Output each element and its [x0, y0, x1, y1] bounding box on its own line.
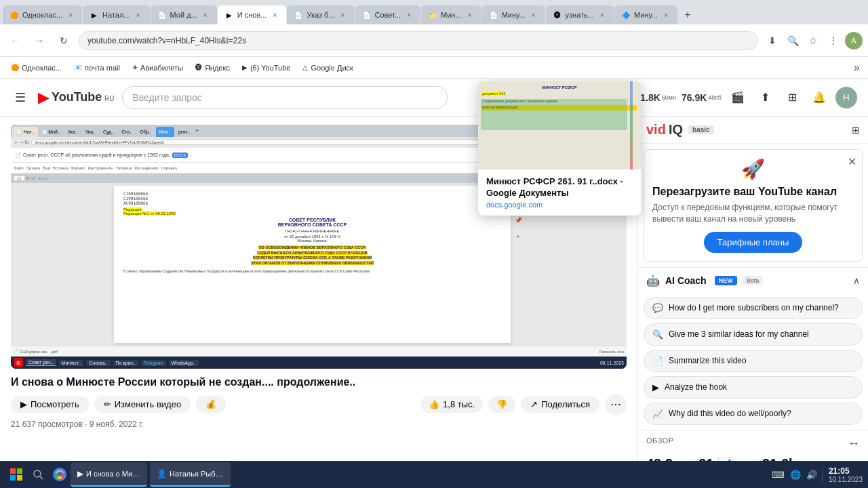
edit-icon: ✏ [104, 399, 111, 409]
tab-9-close[interactable]: × [597, 10, 607, 20]
bookmark-yandex[interactable]: 🅨 Яндекс [190, 62, 235, 74]
ai-coach-collapse-button[interactable]: ∧ [853, 275, 860, 286]
studio-button[interactable]: 🎬 [727, 87, 749, 108]
google-docs-tooltip[interactable]: МИНЮСТ РСФСР документ 261 Содержание док… [478, 81, 641, 216]
chat-icon: 💬 [652, 303, 663, 313]
ai-suggestion-4[interactable]: ▶ Analyze the hook [644, 376, 863, 399]
user-avatar[interactable]: Н [835, 87, 857, 108]
share-button[interactable]: ↗ Поделиться [521, 396, 599, 413]
notifications-button[interactable]: 🔔 [808, 87, 830, 108]
tab-1-close[interactable]: × [66, 10, 75, 20]
bookmark-youtube[interactable]: ▶ (6) YouTube [237, 62, 296, 74]
windows-start-button[interactable] [5, 464, 27, 485]
upgrade-title: Перезагрузите ваш YouTube канал [652, 186, 854, 198]
taskbar-user-app[interactable]: 👤 Наталья Рыбкино [150, 462, 231, 487]
tab-6-close[interactable]: × [404, 10, 414, 20]
vidiq-expand-button[interactable]: ⊞ [852, 125, 860, 136]
address-input[interactable] [79, 31, 758, 50]
tab-bar: 🟠 Одноклас... × ▶ Натал... × 📄 Мой д... … [0, 0, 868, 24]
bookmark-odnoklassniki-icon: 🟠 [11, 64, 19, 71]
tab-4[interactable]: ▶ И снов... × [218, 5, 287, 24]
youtube-search-bar[interactable]: Введите запрос [122, 86, 448, 109]
monetize-button[interactable]: 💰 [196, 396, 226, 413]
hamburger-button[interactable]: ☰ [11, 86, 30, 109]
watch-button[interactable]: ▶ Посмотреть [11, 396, 89, 413]
tab-10-favicon: 🔷 [621, 10, 631, 20]
youtube-header-right: 1.8K 60мн 76.9K 48сб 🎬 ⬆ ⊞ 🔔 [640, 87, 857, 108]
ai-suggestion-3[interactable]: 📄 Summarize this video [644, 350, 863, 372]
youtube-logo-ru: RU [104, 95, 114, 102]
tab-1[interactable]: 🟠 Одноклас... × [3, 5, 82, 24]
bookmark-drive-icon: △ [302, 64, 308, 71]
ai-suggestion-5[interactable]: 📈 Why did this video do well/poorly? [644, 403, 863, 425]
tab-8-favicon: 📄 [489, 10, 498, 20]
reload-button[interactable]: ↻ [54, 31, 73, 50]
stats-label: ОБЗОР [646, 436, 674, 445]
taskbar-right: ⌨ 🌐 🔊 21:05 10.11.2023 [772, 466, 863, 483]
tab-5-favicon: 📄 [294, 10, 303, 20]
bookmark-avia-icon: ✈ [132, 64, 138, 71]
ai-coach-section: 🤖 AI Coach NEW Beta ∧ 💬 How do I get mor… [638, 267, 868, 430]
bookmark-avia[interactable]: ✈ Авиабилеты [127, 62, 189, 74]
svg-rect-1 [17, 468, 22, 474]
ai-suggestion-1[interactable]: 💬 How do I get more subscribers on my ch… [644, 297, 863, 319]
tab-2[interactable]: ▶ Натал... × [83, 5, 149, 24]
taskbar-youtube-app[interactable]: ▶ И снова о Минюст... [71, 462, 147, 487]
bookmark-mail-label: почта mail [85, 64, 120, 72]
tab-8-close[interactable]: × [529, 10, 538, 20]
vidiq-header: vid IQ basic ⊞ [638, 117, 868, 144]
video-actions-row: ▶ Посмотреть ✏ Изменить видео 💰 👍 [11, 394, 627, 415]
back-button[interactable]: ← [5, 31, 24, 50]
view-counter-2: 76.9K 48сб [682, 92, 722, 103]
tab-2-title: Натал... [102, 11, 130, 19]
edit-video-button[interactable]: ✏ Изменить видео [94, 396, 191, 413]
tab-3[interactable]: 📄 Мой д... × [151, 5, 217, 24]
profile-avatar[interactable]: A [845, 32, 863, 49]
tab-2-close[interactable]: × [134, 10, 143, 20]
search-icon[interactable]: 🔍 [784, 32, 802, 49]
taskbar-youtube-label: И снова о Минюст... [86, 470, 140, 478]
bookmarks-more-button[interactable]: » [851, 60, 863, 75]
new-tab-button[interactable]: + [678, 5, 697, 24]
taskbar-search-icon[interactable] [27, 464, 49, 485]
tab-10[interactable]: 🔷 Мину... × [614, 5, 677, 24]
document-icon: 📄 [652, 356, 663, 366]
tab-3-close[interactable]: × [201, 10, 210, 20]
dislike-button[interactable]: 👎 [488, 396, 515, 413]
tab-7[interactable]: 📁 Мин... × [421, 5, 481, 24]
tab-9[interactable]: 🅨 узнать... × [546, 5, 614, 24]
more-button[interactable]: ⋯ [605, 394, 627, 415]
tooltip-doc-url: docs.google.com [486, 201, 633, 209]
settings-icon[interactable]: ⋮ [825, 32, 842, 49]
vidiq-logo-text: IQ [669, 122, 683, 138]
bookmark-icon[interactable]: ☆ [804, 32, 822, 49]
bookmark-mail[interactable]: 📧 почта mail [68, 62, 125, 74]
stats-expand-icon[interactable]: ↔ [848, 436, 860, 451]
upload-button[interactable]: ⬆ [754, 87, 776, 108]
youtube-logo[interactable]: ▶ YouTube RU [38, 89, 114, 106]
taskbar: ▶ И снова о Минюст... 👤 Наталья Рыбкино … [0, 461, 868, 488]
like-button[interactable]: 👍 1,8 тыс. [420, 396, 483, 413]
download-icon[interactable]: ⬇ [764, 32, 781, 49]
bookmark-drive[interactable]: △ Google Диск [297, 62, 358, 74]
tab-5-close[interactable]: × [338, 10, 348, 20]
tab-5[interactable]: 📄 Указ б... × [287, 5, 354, 24]
forward-button[interactable]: → [30, 31, 49, 50]
tab-8[interactable]: 📄 Мину... × [482, 5, 545, 24]
tab-7-close[interactable]: × [465, 10, 475, 20]
ai-coach-icon: 🤖 [646, 274, 660, 287]
tab-6[interactable]: 📄 Совет... × [355, 5, 421, 24]
upgrade-plans-button[interactable]: Тарифные планы [704, 232, 803, 253]
tab-10-close[interactable]: × [661, 10, 671, 20]
monetize-icon: 💰 [205, 399, 216, 409]
apps-button[interactable]: ⊞ [781, 87, 803, 108]
watch-label: Посмотреть [31, 399, 79, 409]
ai-suggestion-3-text: Summarize this video [669, 356, 747, 365]
taskbar-chrome-icon[interactable] [49, 464, 71, 485]
content-area: ☰ ▶ YouTube RU Введите запрос 1.8K 60мн [0, 79, 868, 488]
ai-suggestion-2[interactable]: 🔍 Give me 3 similar ideas for my channel [644, 323, 863, 346]
bookmark-odnoklassniki[interactable]: 🟠 Одноклас... [5, 62, 67, 74]
tab-4-close[interactable]: × [270, 10, 279, 20]
tab-6-title: Совет... [375, 11, 401, 19]
upgrade-close-button[interactable]: ✕ [848, 155, 856, 168]
